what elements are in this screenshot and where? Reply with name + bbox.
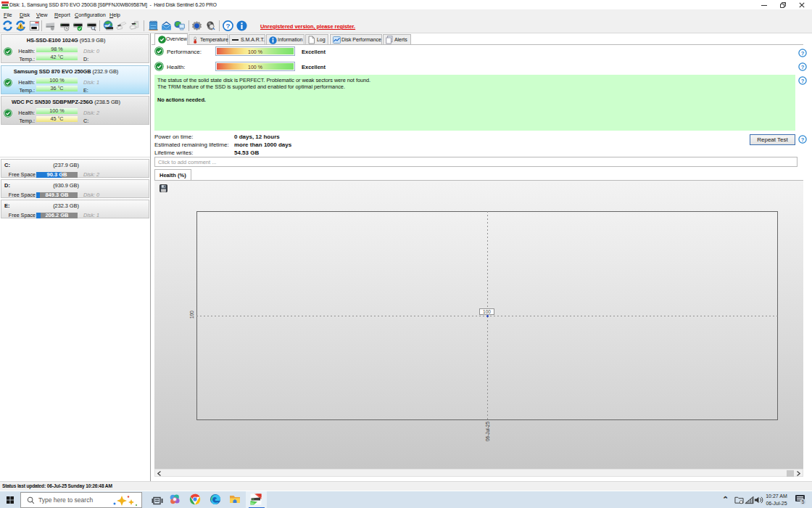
svg-text:?: ? bbox=[801, 50, 805, 57]
svg-text:?: ? bbox=[225, 22, 230, 30]
svg-text:?: ? bbox=[801, 78, 805, 84]
svg-text:5: 5 bbox=[802, 499, 805, 504]
svg-text:?: ? bbox=[801, 136, 805, 143]
svg-text:?: ? bbox=[801, 64, 805, 70]
